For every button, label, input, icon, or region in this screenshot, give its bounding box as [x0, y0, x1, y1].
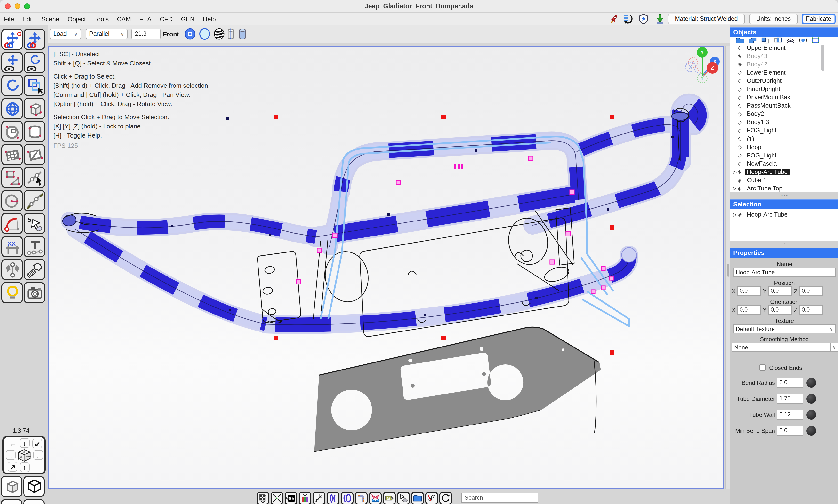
tube-axis-icon[interactable] [227, 28, 235, 40]
gcode-tag-button[interactable]: G [383, 492, 396, 504]
cylinder-surface-button[interactable] [341, 492, 353, 504]
texture-dropdown[interactable]: Default Texture∨ [733, 324, 836, 334]
cylinder-tool[interactable] [24, 121, 45, 142]
display-rgb-button[interactable] [299, 492, 311, 504]
min-bend-span-field[interactable]: 0.0 [777, 426, 803, 436]
fabricate-button[interactable]: Fabricate [802, 14, 836, 24]
sync-history-icon[interactable] [623, 14, 633, 24]
shaded-view-icon[interactable] [184, 28, 196, 40]
objects-panel-header[interactable]: Objects [730, 27, 838, 37]
object-row-innerupright[interactable]: ◇InnerUpright [730, 85, 838, 93]
toggle-knots-button[interactable] [425, 492, 438, 504]
expander-icon[interactable]: ▷ [733, 212, 738, 217]
cursor-settings-button[interactable] [397, 492, 410, 504]
tube-wall-stepper-knob[interactable] [806, 410, 816, 420]
boolean-union-icon[interactable] [748, 37, 757, 43]
orbit-view-tool[interactable] [24, 52, 45, 73]
orientation-z-field[interactable]: 0.0 [799, 305, 823, 314]
object-row-hoop-arc-tube[interactable]: ▷◈Hoop-Arc Tube [730, 168, 838, 176]
view-right-button[interactable]: → [6, 450, 16, 460]
projection-dropdown[interactable]: Parallel∨ [86, 29, 127, 39]
pipe-segment-button[interactable] [355, 492, 368, 504]
view-down-button[interactable]: ↓ [20, 438, 30, 448]
units-button[interactable]: Units: inches [749, 14, 798, 24]
object-row-hoop[interactable]: ◇Hoop [730, 143, 838, 151]
menu-item-cfd[interactable]: CFD [160, 15, 173, 22]
object-row-body2[interactable]: ◇Body2 [730, 110, 838, 118]
sphere-tool[interactable] [1, 98, 23, 119]
menu-item-file[interactable]: File [4, 15, 14, 22]
unfold-export-button[interactable] [369, 492, 382, 504]
viewport[interactable]: Z X Y Y X Z [ESC] - UnselectShift + [Q] … [48, 46, 724, 489]
expander-icon[interactable]: ▷ [733, 169, 738, 175]
spline-tool[interactable] [24, 190, 45, 211]
snap-lines-button[interactable] [313, 492, 326, 504]
view-up-right-button[interactable]: ↗ [8, 462, 17, 471]
multi-segment-tool[interactable]: 5 [24, 213, 45, 234]
menu-item-cam[interactable]: CAM [117, 15, 131, 22]
load-dropdown[interactable]: Load∨ [50, 29, 81, 39]
grid-plate-tool[interactable] [1, 144, 23, 165]
refresh-button[interactable] [439, 492, 452, 504]
move-object-tool[interactable] [24, 29, 45, 50]
menu-item-tools[interactable]: Tools [94, 15, 109, 22]
material-button[interactable]: Material: Struct Welded [668, 14, 745, 24]
menu-item-scene[interactable]: Scene [41, 15, 59, 22]
box-select-tool[interactable] [24, 75, 45, 96]
scrollbar-thumb[interactable] [727, 264, 729, 277]
boolean-subtract-icon[interactable] [761, 37, 770, 43]
search-input[interactable] [461, 493, 538, 503]
shader-button[interactable]: Sh [285, 492, 297, 504]
properties-panel-header[interactable]: Properties [730, 248, 838, 258]
pan-view-tool[interactable] [1, 52, 23, 73]
panel-splitter[interactable]: • • • [730, 241, 838, 248]
menu-item-gen[interactable]: GEN [181, 15, 194, 22]
hole-tool[interactable] [1, 121, 23, 142]
viewport-scrollbar[interactable] [726, 46, 730, 489]
boolean-intersect-icon[interactable] [773, 37, 782, 43]
menu-item-object[interactable]: Object [67, 15, 86, 22]
tube-diameter-stepper-knob[interactable] [806, 394, 816, 404]
fov-input[interactable] [132, 29, 160, 39]
bounds-select-icon[interactable] [811, 37, 820, 43]
revolve-icon[interactable] [799, 37, 807, 43]
view-cube-widget[interactable]: ←↓↙→←↗↑ [2, 436, 46, 474]
collapse-button[interactable] [270, 492, 283, 504]
name-field[interactable] [733, 268, 836, 277]
position-x-field[interactable]: 0.0 [737, 286, 761, 295]
object-row-fog-light[interactable]: ◇FOG_Light [730, 151, 838, 159]
mirror-tool[interactable] [1, 259, 23, 280]
view-up-button[interactable]: ↑ [20, 462, 30, 472]
bend-surface-button[interactable] [327, 492, 339, 504]
closed-ends-checkbox[interactable] [760, 364, 766, 371]
edit-nodes-tool[interactable] [24, 167, 45, 188]
min-bend-span-stepper-knob[interactable] [806, 426, 816, 436]
orientation-x-field[interactable]: 0.0 [737, 305, 761, 314]
view-cube-icon[interactable] [17, 448, 32, 463]
iso-view-1-button[interactable] [1, 476, 22, 497]
light-tool[interactable] [1, 282, 23, 303]
menu-item-fea[interactable]: FEA [139, 15, 152, 22]
move-select-tool[interactable] [1, 29, 23, 50]
download-icon[interactable] [655, 14, 665, 24]
smoothing-dropdown[interactable]: None∨ [732, 343, 838, 352]
sketch-shapes-tool[interactable] [1, 167, 23, 188]
object-row-fog-light[interactable]: ◇FOG_Light [730, 126, 838, 135]
object-row-hoop-arc-tube[interactable]: ▷◈Hoop-Arc Tube [730, 210, 838, 219]
tube-diameter-field[interactable]: 1.75 [777, 394, 803, 404]
panel-splitter[interactable]: • • • [730, 192, 838, 199]
fastener-tool[interactable] [24, 259, 45, 280]
dimension-tool[interactable]: XX [1, 236, 23, 257]
iso-view-2-button[interactable] [23, 476, 45, 497]
rocket-icon[interactable] [609, 14, 619, 24]
position-z-field[interactable]: 0.0 [799, 286, 823, 295]
expander-icon[interactable]: ▷ [733, 186, 738, 191]
selection-panel-header[interactable]: Selection [730, 199, 838, 209]
object-row-cube-1[interactable]: ◈Cube 1 [730, 176, 838, 184]
menu-item-edit[interactable]: Edit [22, 15, 33, 22]
object-row-drivermountbak[interactable]: ◇DriverMountBak [730, 93, 838, 102]
object-row-arc-tube-top[interactable]: ▷◈Arc Tube Top [730, 184, 838, 193]
plate-tool[interactable] [24, 144, 45, 165]
object-row-outerupright[interactable]: ◇OuterUpright [730, 77, 838, 85]
object-row-newfascia[interactable]: ◇NewFascia [730, 160, 838, 168]
